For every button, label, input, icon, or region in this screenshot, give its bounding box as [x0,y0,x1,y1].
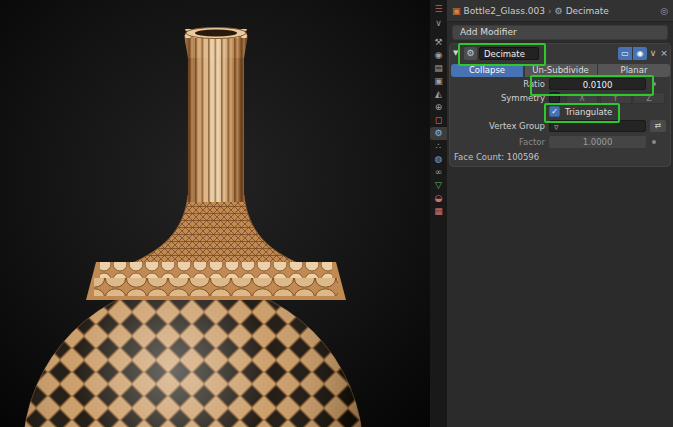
expand-arrow-icon[interactable]: ▼ [453,49,458,57]
factor-animate-dot[interactable] [652,140,656,144]
tab-physics[interactable]: ◍ [430,153,447,166]
modifier-close-icon[interactable]: × [658,47,670,60]
tab-scene[interactable]: ◭ [430,88,447,101]
factor-label: Factor [450,136,545,148]
symmetry-label: Symmetry [450,92,545,104]
tab-render[interactable]: ◉ [430,49,447,62]
modifier-wrench-icon: ⚙ [555,6,563,16]
face-count-text: Face Count: 100596 [454,152,539,162]
display-render-toggle[interactable]: ◉ [633,47,647,60]
symmetry-axis-z[interactable]: Z [633,92,665,104]
breadcrumb-modifier-name[interactable]: Decimate [566,6,609,16]
vertex-group-label: Vertex Group [450,120,545,132]
breadcrumb: ▣ Bottle2_Glass.003 › ⚙ Decimate ◎ [447,0,673,22]
blender-window: ☰ ∨ ⚒◉▤▣◭⊕◻⚙∴◍∞▽◒▦ ▣ Bottle2_Glass.003 ›… [0,0,673,427]
mode-tab-planar[interactable]: Planar [598,64,670,77]
modifier-name-field[interactable]: Decimate [479,47,539,60]
add-modifier-button[interactable]: Add Modifier [452,25,668,40]
mode-tab-collapse[interactable]: Collapse [451,64,523,77]
tab-output[interactable]: ▤ [430,62,447,75]
ratio-field[interactable]: 0.0100 [549,78,646,90]
tab-world[interactable]: ⊕ [430,101,447,114]
vase-object[interactable] [0,0,430,427]
tab-modifiers[interactable]: ⚙ [430,127,447,140]
viewport-3d[interactable] [0,0,430,427]
tab-object-data[interactable]: ▽ [430,179,447,192]
tab-list: ⚒◉▤▣◭⊕◻⚙∴◍∞▽◒▦ [430,36,447,218]
mode-tab-un-subdivide[interactable]: Un-Subdivide [525,64,597,77]
ratio-label: Ratio [450,78,545,90]
tab-tool[interactable]: ⚒ [430,36,447,49]
symmetry-axis-x[interactable]: X [566,92,598,104]
decimate-mode-tabs: CollapseUn-SubdividePlanar [450,64,672,77]
triangulate-label: Triangulate [565,106,612,118]
vertex-group-icon: ▿ [554,122,559,132]
symmetry-axis-group: XYZ [566,92,666,104]
breadcrumb-separator: › [548,6,552,16]
pin-icon[interactable]: ◎ [660,6,668,16]
vertex-group-field[interactable]: ▿ [549,120,646,132]
ratio-animate-dot[interactable] [652,82,656,86]
vertex-group-invert-button[interactable]: ⇄ [650,120,666,132]
symmetry-axis-y[interactable]: Y [600,92,632,104]
factor-slider[interactable]: 1.0000 [549,136,646,148]
symmetry-checkbox[interactable] [549,92,560,103]
object-mesh-icon: ▣ [452,6,461,16]
properties-tab-strip: ☰ ∨ ⚒◉▤▣◭⊕◻⚙∴◍∞▽◒▦ [430,0,447,427]
display-realtime-toggle[interactable]: ▭ [618,47,632,60]
tab-constraints[interactable]: ∞ [430,166,447,179]
tab-particles[interactable]: ∴ [430,140,447,153]
tab-material[interactable]: ◒ [430,192,447,205]
strip-options-icon[interactable]: ∨ [430,16,447,30]
editor-type-icon[interactable]: ☰ [430,2,447,16]
decimate-modifier-panel: ▼ ⚙ Decimate ▭ ◉ ∨ × CollapseUn-Subdivid… [449,43,671,167]
tab-object[interactable]: ◻ [430,114,447,127]
tab-texture[interactable]: ▦ [430,205,447,218]
decimate-type-icon: ⚙ [464,47,477,60]
triangulate-checkbox[interactable]: ✓ [549,106,560,117]
tab-view-layer[interactable]: ▣ [430,75,447,88]
breadcrumb-object-name[interactable]: Bottle2_Glass.003 [464,6,545,16]
